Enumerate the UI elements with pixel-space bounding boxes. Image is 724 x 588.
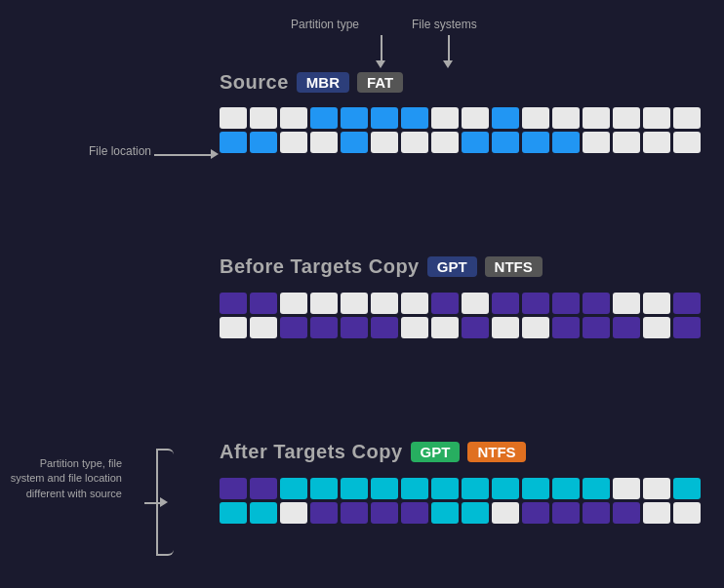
cell — [583, 132, 610, 153]
cell — [371, 478, 398, 499]
cell — [341, 478, 368, 499]
cell — [431, 293, 459, 314]
cell — [522, 132, 549, 153]
arrow-to-mbr — [381, 35, 382, 62]
before-grid — [220, 293, 701, 338]
cell — [673, 107, 701, 129]
cell — [552, 132, 580, 153]
arrow-to-fat — [448, 35, 450, 62]
cell — [310, 293, 338, 314]
after-row-1 — [220, 478, 701, 499]
cell — [673, 317, 701, 338]
cell — [613, 293, 640, 314]
cell — [583, 317, 610, 338]
file-location-label: File location — [10, 144, 151, 158]
cell — [280, 132, 307, 153]
cell — [673, 478, 701, 499]
cell — [492, 293, 519, 314]
before-label-row: Before Targets Copy GPT NTFS — [220, 255, 543, 278]
cell — [613, 107, 640, 129]
cell — [522, 293, 549, 314]
cell — [552, 478, 580, 499]
cell — [643, 132, 670, 153]
cell — [431, 478, 459, 499]
after-label-row: After Targets Copy GPT NTFS — [220, 441, 526, 463]
gpt-green-badge: GPT — [411, 442, 461, 462]
cell — [552, 502, 580, 524]
cell — [492, 317, 519, 338]
cell — [310, 107, 338, 129]
cell — [310, 478, 338, 499]
cell — [220, 132, 247, 153]
cell — [522, 107, 549, 129]
cell — [552, 293, 580, 314]
source-grid — [220, 107, 701, 153]
cell — [643, 317, 670, 338]
cell — [371, 293, 398, 314]
before-row-2 — [220, 317, 701, 338]
cell — [250, 502, 277, 524]
cell — [673, 132, 701, 153]
cell — [341, 132, 368, 153]
cell — [310, 317, 338, 338]
cell — [583, 293, 610, 314]
cell — [643, 502, 670, 524]
cell — [613, 502, 640, 524]
cell — [613, 132, 640, 153]
after-arrow-head — [160, 497, 168, 507]
cell — [583, 107, 610, 129]
cell — [250, 132, 277, 153]
source-label-row: Source MBR FAT — [220, 71, 403, 94]
cell — [462, 293, 489, 314]
cell — [310, 502, 338, 524]
cell — [341, 293, 368, 314]
cell — [401, 293, 428, 314]
cell — [462, 317, 489, 338]
arrow-head-mbr — [376, 60, 385, 68]
cell — [643, 107, 670, 129]
file-location-arrow-head — [211, 149, 219, 159]
cell — [431, 317, 459, 338]
cell — [492, 478, 519, 499]
source-row-2 — [220, 132, 701, 153]
ntfs-dark-badge: NTFS — [485, 256, 543, 277]
ntfs-orange-badge: NTFS — [467, 442, 525, 462]
cell — [401, 107, 428, 129]
cell — [522, 502, 549, 524]
cell — [280, 317, 307, 338]
cell — [220, 478, 247, 499]
cell — [431, 107, 459, 129]
cell — [401, 132, 428, 153]
after-row-2 — [220, 502, 701, 524]
before-title: Before Targets Copy — [220, 255, 420, 278]
cell — [613, 478, 640, 499]
cell — [401, 502, 428, 524]
cell — [280, 478, 307, 499]
cell — [250, 317, 277, 338]
cell — [371, 317, 398, 338]
cell — [371, 132, 398, 153]
cell — [371, 107, 398, 129]
file-location-arrow-line — [154, 154, 213, 156]
cell — [310, 132, 338, 153]
mbr-badge: MBR — [297, 72, 349, 93]
cell — [341, 502, 368, 524]
cell — [341, 107, 368, 129]
cell — [280, 502, 307, 524]
cell — [462, 107, 489, 129]
source-title: Source — [220, 71, 289, 94]
cell — [522, 317, 549, 338]
cell — [583, 502, 610, 524]
cell — [250, 107, 277, 129]
cell — [462, 132, 489, 153]
cell — [220, 317, 247, 338]
cell — [552, 107, 580, 129]
partition-type-label: Partition type — [291, 18, 359, 31]
cell — [220, 502, 247, 524]
cell — [250, 478, 277, 499]
after-grid — [220, 478, 701, 524]
arrow-head-fat — [443, 60, 453, 68]
cell — [522, 478, 549, 499]
gpt-dark-badge: GPT — [427, 256, 477, 277]
cell — [462, 502, 489, 524]
